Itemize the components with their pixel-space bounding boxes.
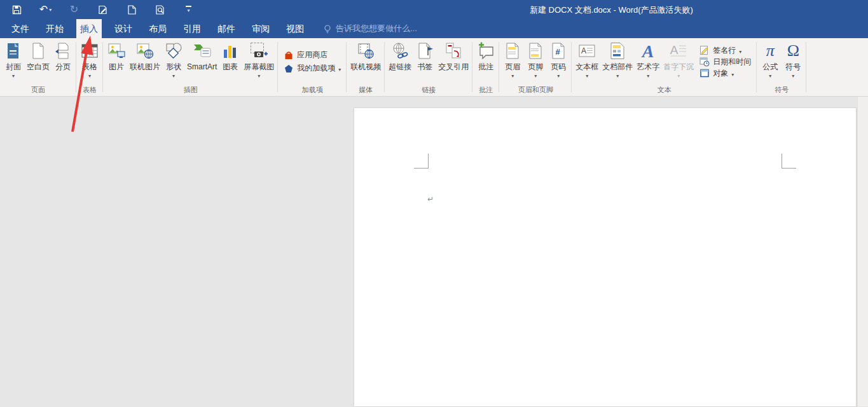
page-number-icon: # bbox=[549, 39, 568, 62]
tab-view[interactable]: 视图 bbox=[282, 19, 308, 38]
undo-button[interactable]: ↶▾ bbox=[31, 0, 60, 19]
paragraph-mark: ↵ bbox=[427, 195, 434, 204]
edit-document-button[interactable] bbox=[88, 0, 117, 19]
footer-button[interactable]: 页脚 bbox=[524, 38, 547, 85]
tab-layout[interactable]: 布局 bbox=[145, 19, 170, 38]
customize-quick-access-toolbar-button[interactable]: ▾ bbox=[174, 0, 203, 19]
dropdown-arrow-icon bbox=[731, 71, 734, 76]
dropdown-arrow-icon bbox=[88, 72, 91, 78]
ribbon-group-header-footer: 页眉 页脚 # 页码 页眉和页脚 bbox=[499, 38, 572, 96]
online-video-icon bbox=[356, 39, 375, 62]
tab-insert[interactable]: 插入 bbox=[76, 19, 102, 38]
online-pictures-icon bbox=[135, 39, 155, 62]
undo-dropdown-icon[interactable]: ▾ bbox=[49, 7, 52, 13]
bookmark-button[interactable]: 书签 bbox=[413, 38, 436, 85]
ribbon-group-illustrations: 图片 联机图片 形状 bbox=[103, 38, 278, 96]
ribbon-group-links: 超链接 书签 交叉引用 链接 bbox=[385, 38, 472, 96]
equation-button[interactable]: π 公式 bbox=[759, 38, 782, 85]
ribbon-insert: 封面 空白页 分页 页面 bbox=[0, 38, 868, 97]
page-number-button[interactable]: # 页码 bbox=[547, 38, 570, 85]
window-title: 新建 DOCX 文档.docx - Word(产品激活失败) bbox=[530, 4, 693, 16]
chart-button[interactable]: 图表 bbox=[219, 38, 242, 85]
drop-cap-button: A 首字下沉 bbox=[661, 38, 696, 85]
smartart-button[interactable]: SmartArt bbox=[185, 38, 219, 85]
pictures-icon bbox=[107, 39, 126, 62]
undo-icon: ↶ bbox=[39, 4, 48, 15]
wordart-button[interactable]: A 艺术字 bbox=[635, 38, 661, 85]
signature-line-button[interactable]: 签名行 bbox=[699, 45, 751, 55]
blank-page-button[interactable]: 空白页 bbox=[25, 38, 52, 85]
document-page[interactable]: ↵ bbox=[354, 107, 857, 406]
tab-mailings[interactable]: 邮件 bbox=[214, 19, 239, 38]
tab-review[interactable]: 审阅 bbox=[248, 19, 273, 38]
tab-design[interactable]: 设计 bbox=[111, 19, 136, 38]
smartart-icon bbox=[193, 39, 212, 62]
tell-me-box[interactable]: 告诉我您想要做什么... bbox=[323, 19, 417, 38]
new-blank-document-button[interactable] bbox=[117, 0, 146, 19]
drop-cap-icon: A bbox=[669, 39, 688, 62]
app-store-icon bbox=[284, 50, 294, 60]
shapes-icon bbox=[164, 39, 183, 62]
my-addins-button[interactable]: 我的加载项 bbox=[284, 64, 341, 74]
redo-icon: ↻ bbox=[70, 4, 78, 15]
symbol-icon: Ω bbox=[787, 39, 799, 62]
hyperlink-button[interactable]: 超链接 bbox=[387, 38, 413, 85]
object-icon bbox=[699, 68, 710, 78]
tab-file[interactable]: 文件 bbox=[8, 19, 33, 38]
comment-icon bbox=[476, 39, 495, 62]
tab-home[interactable]: 开始 bbox=[42, 19, 67, 38]
tab-references[interactable]: 引用 bbox=[179, 19, 205, 38]
online-pictures-button[interactable]: 联机图片 bbox=[128, 38, 162, 85]
group-label-header-footer: 页眉和页脚 bbox=[501, 85, 570, 96]
cover-page-icon bbox=[4, 39, 23, 62]
ribbon-group-tables: 表格 表格 bbox=[76, 38, 103, 96]
header-icon bbox=[503, 39, 522, 62]
ribbon-group-media: 联机视频 媒体 bbox=[347, 38, 385, 96]
table-button[interactable]: 表格 bbox=[78, 38, 101, 85]
save-icon bbox=[11, 4, 22, 15]
page-break-icon bbox=[53, 39, 72, 62]
text-box-icon: A bbox=[577, 39, 596, 62]
lightbulb-icon bbox=[323, 24, 332, 34]
group-label-text: 文本 bbox=[574, 85, 755, 96]
dropdown-arrow-icon bbox=[557, 72, 560, 78]
print-preview-icon bbox=[155, 4, 165, 15]
dropdown-arrow-icon bbox=[586, 72, 588, 78]
wordart-icon: A bbox=[638, 39, 658, 62]
dropdown-arrow-icon bbox=[677, 72, 680, 78]
ribbon-group-pages: 封面 空白页 分页 页面 bbox=[0, 38, 76, 96]
object-button[interactable]: 对象 bbox=[699, 68, 751, 78]
dropdown-arrow-icon bbox=[792, 72, 794, 78]
signature-line-icon bbox=[699, 45, 710, 55]
quick-parts-button[interactable]: 文档部件 bbox=[600, 38, 635, 85]
dropdown-arrow-icon bbox=[647, 72, 649, 78]
vertical-scrollbar[interactable] bbox=[857, 97, 868, 406]
group-label-links: 链接 bbox=[387, 85, 471, 96]
cross-reference-button[interactable]: 交叉引用 bbox=[436, 38, 471, 85]
dropdown-arrow-icon bbox=[534, 72, 537, 78]
print-preview-button[interactable] bbox=[146, 0, 174, 19]
ribbon-group-text: A 文本框 文档部件 A 艺术字 bbox=[572, 38, 757, 96]
margin-crop-mark-right bbox=[782, 154, 796, 169]
date-time-icon bbox=[699, 57, 710, 67]
equation-icon: π bbox=[766, 39, 775, 62]
page-break-button[interactable]: 分页 bbox=[52, 38, 74, 85]
cover-page-button[interactable]: 封面 bbox=[2, 38, 25, 85]
group-label-tables: 表格 bbox=[78, 85, 101, 96]
save-button[interactable] bbox=[3, 0, 31, 19]
symbol-button[interactable]: Ω 符号 bbox=[782, 38, 804, 85]
date-time-button[interactable]: 日期和时间 bbox=[699, 57, 751, 67]
dropdown-arrow-icon bbox=[739, 48, 741, 53]
table-icon bbox=[80, 39, 99, 62]
ribbon-group-comments: 批注 批注 bbox=[472, 38, 499, 96]
app-store-button[interactable]: 应用商店 bbox=[284, 50, 341, 60]
online-video-button[interactable]: 联机视频 bbox=[348, 38, 383, 85]
shapes-button[interactable]: 形状 bbox=[162, 38, 185, 85]
group-label-comments: 批注 bbox=[474, 85, 497, 96]
screenshot-button[interactable]: 屏幕截图 bbox=[242, 38, 276, 85]
pictures-button[interactable]: 图片 bbox=[105, 38, 128, 85]
header-button[interactable]: 页眉 bbox=[501, 38, 524, 85]
text-box-button[interactable]: A 文本框 bbox=[574, 38, 600, 85]
dropdown-arrow-icon bbox=[616, 72, 619, 78]
comment-button[interactable]: 批注 bbox=[474, 38, 497, 85]
